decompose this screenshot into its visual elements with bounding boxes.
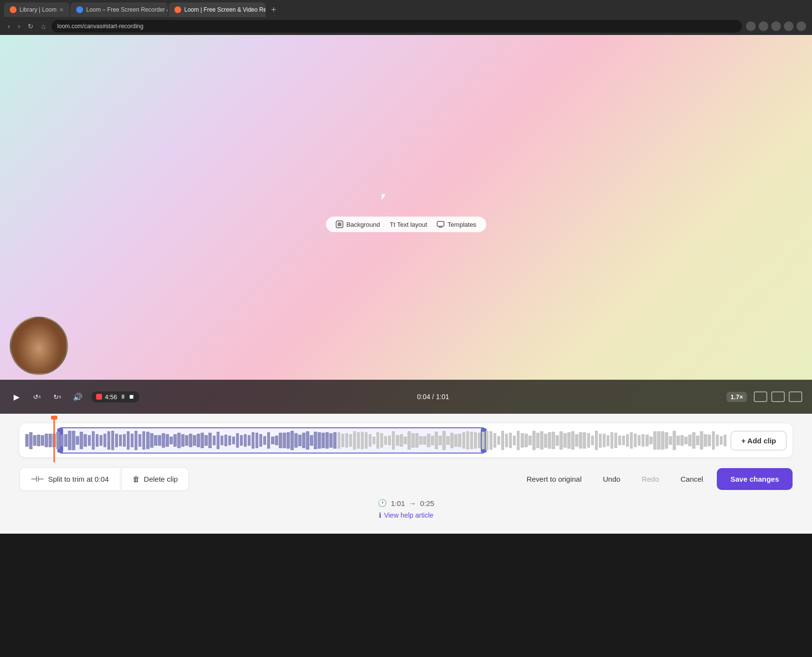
reload-button[interactable]: ↻: [26, 21, 35, 31]
redo-button[interactable]: Redo: [634, 468, 667, 490]
templates-tool[interactable]: Templates: [437, 220, 476, 228]
save-button[interactable]: Save changes: [717, 468, 793, 490]
tab-3[interactable]: Loom | Free Screen & Video Re… ✕: [169, 2, 266, 17]
text-layout-tool[interactable]: Tt Text layout: [390, 221, 427, 228]
rec-dot: [96, 394, 102, 400]
address-bar: ‹ › ↻ ⌂ loom.com/canvas#start-recording: [0, 17, 812, 35]
extension-icon-1[interactable]: [746, 21, 756, 31]
edit-left-actions: ⊣⊢ Split to trim at 0:04 🗑 Delete clip: [19, 467, 189, 491]
fullscreen-button[interactable]: [789, 391, 802, 402]
add-clip-label: + Add clip: [741, 437, 776, 445]
add-clip-button[interactable]: + Add clip: [730, 431, 787, 451]
video-toolbar: Background Tt Text layout Templates: [326, 217, 486, 232]
duration-after: 0:25: [420, 499, 434, 507]
play-button[interactable]: ▶: [10, 390, 23, 404]
tab-2[interactable]: Loom – Free Screen Recorder &… ✕: [70, 2, 168, 17]
edit-right-actions: Revert to original Undo Redo Cancel Save…: [519, 468, 793, 490]
split-trim-button[interactable]: ⊣⊢ Split to trim at 0:04: [19, 467, 119, 491]
view-mode-buttons: [754, 391, 802, 402]
video-controls-bar: ▶ ↺5 ↻5 🔊 4:56 ⏸ ⏹ 0:04 / 1:01 1.7×: [0, 380, 812, 414]
text-layout-label: Tt Text layout: [390, 221, 427, 228]
skip-back-button[interactable]: ↺5: [30, 390, 44, 404]
webcam-face: [11, 318, 67, 373]
stop-icon: ⏹: [129, 393, 135, 400]
split-icon: ⊣⊢: [31, 474, 44, 484]
extension-icon-5[interactable]: [796, 21, 806, 31]
url-input[interactable]: loom.com/canvas#start-recording: [51, 20, 742, 33]
edit-panel: + Add clip ⊣⊢ Split to trim at 0:04 🗑 De…: [0, 414, 812, 534]
speed-badge[interactable]: 1.7×: [727, 392, 747, 402]
monitor-icon: [437, 220, 445, 228]
speed-text: 1.7×: [730, 393, 743, 401]
duration-arrow: →: [409, 499, 416, 507]
timeline-container: + Add clip: [19, 423, 793, 457]
delete-clip-button[interactable]: 🗑 Delete clip: [121, 467, 189, 491]
recording-time: 4:56: [105, 393, 117, 401]
skip-forward-button[interactable]: ↻5: [51, 390, 64, 404]
undo-label: Undo: [603, 475, 621, 483]
tab-1[interactable]: Library | Loom ✕: [4, 2, 69, 17]
background-icon: [336, 220, 343, 228]
trash-icon: 🗑: [133, 475, 140, 483]
view-mode-1[interactable]: [754, 391, 767, 402]
info-icon: ℹ: [379, 511, 381, 519]
clock-icon: 🕐: [378, 499, 387, 507]
back-button[interactable]: ‹: [6, 21, 12, 31]
split-label: Split to trim at 0:04: [48, 475, 109, 483]
svg-rect-1: [338, 222, 341, 226]
help-label: View help article: [384, 511, 434, 519]
tab-bar: Library | Loom ✕ Loom – Free Screen Reco…: [0, 0, 812, 17]
redo-label: Redo: [642, 475, 659, 483]
cancel-label: Cancel: [680, 475, 703, 483]
save-label: Save changes: [730, 475, 779, 483]
duration-text: 🕐 1:01 → 0:25: [19, 499, 793, 507]
duration-info: 🕐 1:01 → 0:25 ℹ View help article: [19, 499, 793, 519]
view-mode-2[interactable]: [771, 391, 785, 402]
browser-chrome: Library | Loom ✕ Loom – Free Screen Reco…: [0, 0, 812, 35]
extension-icon-2[interactable]: [759, 21, 768, 31]
forward-button[interactable]: ›: [16, 21, 22, 31]
revert-label: Revert to original: [526, 475, 581, 483]
tab-1-close[interactable]: ✕: [59, 7, 64, 13]
home-button[interactable]: ⌂: [39, 21, 47, 31]
url-text: loom.com/canvas#start-recording: [57, 23, 143, 30]
tab-3-favicon: [174, 6, 181, 13]
help-link[interactable]: ℹ View help article: [19, 511, 793, 519]
waveform: [25, 427, 727, 454]
recording-badge: 4:56 ⏸ ⏹: [91, 391, 139, 403]
cancel-button[interactable]: Cancel: [673, 468, 711, 490]
background-label: Background: [346, 221, 380, 228]
playhead[interactable]: [53, 419, 55, 462]
delete-label: Delete clip: [144, 475, 178, 483]
revert-button[interactable]: Revert to original: [519, 468, 589, 490]
edit-actions: ⊣⊢ Split to trim at 0:04 🗑 Delete clip R…: [19, 467, 793, 491]
extension-icon-3[interactable]: [771, 21, 781, 31]
timeline-track: [25, 427, 727, 454]
time-display: 0:04 / 1:01: [146, 393, 720, 401]
new-tab-button[interactable]: +: [267, 3, 280, 17]
time-text: 0:04 / 1:01: [417, 393, 449, 401]
browser-toolbar-icons: [746, 21, 806, 31]
webcam-overlay: [10, 317, 68, 375]
pause-icon: ⏸: [120, 393, 126, 400]
volume-button[interactable]: 🔊: [71, 390, 85, 404]
cursor: [382, 194, 389, 201]
svg-rect-2: [438, 221, 444, 226]
templates-label: Templates: [448, 221, 476, 228]
tab-2-favicon: [76, 6, 83, 13]
video-player: Background Tt Text layout Templates ▶ ↺5…: [0, 35, 812, 414]
undo-button[interactable]: Undo: [595, 468, 628, 490]
tab-2-label: Loom – Free Screen Recorder &…: [86, 6, 168, 13]
background-tool[interactable]: Background: [336, 220, 380, 228]
tab-3-label: Loom | Free Screen & Video Re…: [184, 6, 266, 13]
duration-before: 1:01: [391, 499, 405, 507]
tab-1-label: Library | Loom: [19, 6, 56, 13]
extension-icon-4[interactable]: [784, 21, 794, 31]
tab-1-favicon: [10, 6, 17, 13]
